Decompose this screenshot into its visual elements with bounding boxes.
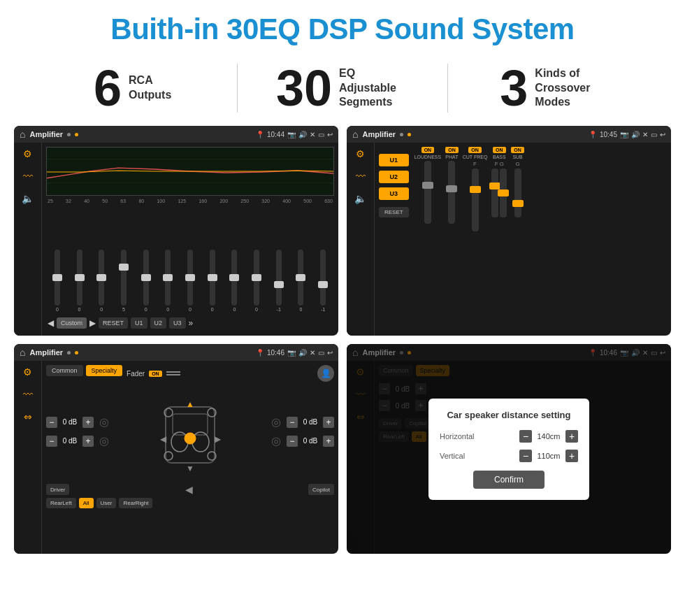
fader-bottom-row2: RearLeft All User RearRight [46, 498, 334, 508]
db-row-1: − 0 dB + ◎ [46, 415, 109, 429]
screens-grid: ⌂ Amplifier 📍 10:44 📷 🔊 ✕ ▭ ↩ ⚙ 〰 🔈 [0, 126, 685, 561]
amp-u1-button[interactable]: U1 [379, 154, 409, 166]
eq-custom-button[interactable]: Custom [57, 317, 87, 329]
eq-u3-button[interactable]: U3 [169, 317, 186, 329]
vertical-value: 110cm [535, 452, 563, 460]
fader-user-button[interactable]: User [96, 498, 117, 508]
cutfreq-on-badge: ON [468, 147, 482, 153]
dialog-confirm-section: Confirm [440, 471, 578, 489]
sub-slider[interactable] [514, 169, 521, 217]
distance-dialog: Car speaker distance setting Horizontal … [428, 399, 589, 500]
dot-4 [408, 133, 411, 136]
vertical-plus-button[interactable]: + [565, 450, 578, 462]
db4-minus-button[interactable]: − [287, 436, 298, 447]
eq-slider-7: 0 [187, 250, 193, 312]
eq-sliders: 0 0 0 5 0 [46, 206, 334, 315]
fader-sidebar-arrows-icon[interactable]: ⇔ [24, 411, 32, 422]
eq-sidebar-eq-icon[interactable]: ⚙ [23, 148, 32, 159]
fader-user-icon[interactable]: 👤 [317, 365, 334, 382]
dialog-vertical-row: Vertical − 110cm + [440, 450, 578, 462]
amp-reset-button[interactable]: RESET [379, 207, 409, 217]
phat-slider[interactable] [448, 161, 455, 224]
fader-on-badge: ON [149, 371, 162, 377]
amp-u2-button[interactable]: U2 [379, 171, 409, 183]
time-1: 10:44 [267, 131, 284, 138]
confirm-button[interactable]: Confirm [473, 471, 545, 489]
amp-presets: U1 U2 U3 RESET [379, 147, 409, 331]
amp-cutfreq: ON CUT FREQ F [463, 147, 488, 231]
eq-next-button[interactable]: ▶ [89, 318, 96, 328]
home-icon-1[interactable]: ⌂ [20, 129, 25, 140]
stat-divider-2 [447, 64, 448, 113]
svg-point-8 [185, 433, 196, 444]
win-icon-1: ▭ [318, 131, 324, 138]
vol-icon-1: 🔊 [298, 131, 307, 138]
amp-u3-button[interactable]: U3 [379, 187, 409, 200]
dialog-title: Car speaker distance setting [440, 410, 578, 420]
fader-tabs: Common Specialty [46, 365, 122, 376]
horizontal-plus-button[interactable]: + [565, 430, 578, 443]
amp-sidebar-wave-icon[interactable]: 〰 [356, 171, 366, 182]
horizontal-minus-button[interactable]: − [519, 430, 532, 443]
db3-plus-button[interactable]: + [323, 417, 334, 428]
eq-u1-button[interactable]: U1 [131, 317, 147, 329]
home-icon-3[interactable]: ⌂ [20, 347, 25, 358]
eq-u2-button[interactable]: U2 [150, 317, 167, 329]
eq-slider-8: 0 [210, 250, 215, 312]
fader-copilot-button[interactable]: Copilot [308, 484, 334, 495]
location-icon-2: 📍 [589, 131, 597, 138]
db2-plus-button[interactable]: + [82, 436, 94, 447]
fader-driver-button[interactable]: Driver [46, 484, 69, 495]
vertical-minus-button[interactable]: − [519, 450, 532, 462]
amp-sidebar-eq-icon[interactable]: ⚙ [356, 148, 365, 159]
stat-rca-number: 6 [94, 63, 122, 113]
screen-amp: ⌂ Amplifier 📍 10:45 📷 🔊 ✕ ▭ ↩ ⚙ 〰 🔈 [347, 126, 671, 336]
bass-label: BASS [493, 155, 506, 159]
fader-sidebar: ⚙ 〰 ⇔ [14, 361, 42, 554]
svg-text:◀: ◀ [160, 434, 167, 444]
eq-bottom-controls: ◀ Custom ▶ RESET U1 U2 U3 » [46, 315, 334, 331]
home-icon-2[interactable]: ⌂ [352, 129, 358, 140]
fader-right-db: ◎ − 0 dB + ◎ − 0 dB + [271, 386, 334, 477]
win-icon-3: ▭ [318, 349, 324, 357]
cutfreq-label: CUT FREQ [463, 155, 488, 159]
eq-slider-6: 0 [165, 250, 171, 312]
fader-common-tab[interactable]: Common [46, 365, 83, 376]
fader-left-db: − 0 dB + ◎ − 0 dB + ◎ [46, 386, 109, 477]
back-icon-1: ↩ [327, 131, 333, 138]
eq-slider-12: 0 [298, 250, 303, 312]
dot-5 [67, 351, 71, 354]
bass-slider-g[interactable] [500, 169, 507, 217]
fader-main: Common Specialty Fader ON 👤 [42, 361, 338, 554]
fader-specialty-tab[interactable]: Specialty [86, 365, 123, 376]
cam-icon-1: 📷 [287, 131, 296, 138]
eq-slider-10: 0 [254, 250, 259, 312]
time-2: 10:45 [600, 131, 617, 138]
db1-minus-button[interactable]: − [46, 417, 57, 428]
fader-all-button[interactable]: All [79, 498, 94, 508]
fader-rearleft-button[interactable]: RearLeft [46, 498, 76, 508]
db1-plus-button[interactable]: + [82, 417, 94, 428]
fader-sidebar-wave-icon[interactable]: 〰 [23, 389, 33, 400]
db3-minus-button[interactable]: − [287, 417, 298, 428]
eq-expand-button[interactable]: » [189, 318, 194, 328]
dialog-horizontal-label: Horizontal [440, 432, 482, 440]
eq-reset-button[interactable]: RESET [99, 317, 128, 329]
eq-prev-button[interactable]: ◀ [48, 318, 54, 328]
db2-value: 0 dB [60, 437, 80, 445]
eq-main: 2532405063 80100125160200 25032040050063… [42, 143, 338, 336]
db2-minus-button[interactable]: − [46, 436, 57, 447]
cutfreq-slider[interactable] [472, 169, 479, 231]
fader-rearright-button[interactable]: RearRight [119, 498, 152, 508]
db4-plus-button[interactable]: + [323, 436, 334, 447]
amp-controls: ON LOUDNESS ON PHAT [414, 147, 667, 331]
stat-eq-label: EQ AdjustableSegments [339, 66, 409, 110]
eq-slider-2: 0 [77, 250, 82, 312]
loudness-slider[interactable] [424, 161, 431, 224]
eq-sidebar-wave-icon[interactable]: 〰 [23, 171, 33, 182]
eq-sidebar-speaker-icon[interactable]: 🔈 [22, 193, 34, 204]
amp-main: U1 U2 U3 RESET ON LOUDNESS [375, 143, 671, 336]
car-diagram-svg: ▲ ▼ ◀ ▶ [159, 386, 222, 477]
fader-sidebar-eq-icon[interactable]: ⚙ [23, 366, 32, 378]
amp-sidebar-speaker-icon[interactable]: 🔈 [354, 193, 366, 204]
